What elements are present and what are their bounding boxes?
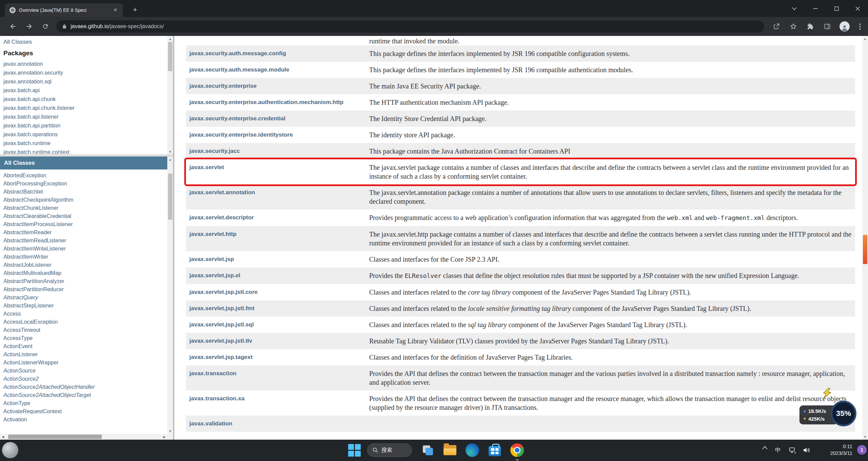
- class-link[interactable]: Access: [3, 310, 167, 318]
- class-link[interactable]: ActionListenerWrapper: [3, 359, 167, 367]
- package-frame-link[interactable]: javax.annotation.security: [3, 68, 167, 77]
- scrollbar-thumb[interactable]: [168, 42, 172, 71]
- class-link[interactable]: AccessTimeout: [3, 326, 167, 334]
- package-link[interactable]: javax.security.enterprise.credential: [189, 115, 285, 122]
- package-link[interactable]: javax.security.jacc: [189, 148, 240, 154]
- package-link[interactable]: javax.security.enterprise: [189, 83, 257, 89]
- class-link[interactable]: ActionSource2: [3, 375, 167, 383]
- classes-scrollbar[interactable]: ▲ ▼: [167, 157, 173, 434]
- network-icon[interactable]: [789, 446, 797, 454]
- scroll-up-icon[interactable]: ▲: [167, 36, 173, 42]
- scroll-right-icon[interactable]: ▶: [162, 434, 167, 440]
- package-link[interactable]: javax.servlet.jsp.jstl.fmt: [189, 305, 254, 312]
- forward-icon[interactable]: [24, 21, 35, 32]
- class-link[interactable]: AccessLocalException: [3, 318, 167, 326]
- taskbar-search[interactable]: 搜索: [367, 443, 412, 457]
- scrollbar-thumb[interactable]: [8, 435, 102, 439]
- scroll-up-icon[interactable]: ▲: [167, 157, 173, 162]
- package-frame-link[interactable]: javax.batch.api.chunk.listener: [3, 104, 167, 113]
- class-link[interactable]: AbortProcessingException: [3, 180, 167, 188]
- class-link[interactable]: AbstractCheckpointAlgorithm: [3, 196, 167, 204]
- tray-chevron-icon[interactable]: [762, 446, 768, 449]
- package-link[interactable]: javax.security.enterprise.identitystore: [189, 132, 293, 138]
- maximize-button[interactable]: [826, 0, 847, 17]
- package-link[interactable]: javax.servlet.annotation: [189, 189, 255, 196]
- package-link[interactable]: javax.servlet.jsp.el: [189, 272, 240, 279]
- chrome-button[interactable]: [510, 443, 524, 457]
- class-link[interactable]: AbstractBatchlet: [3, 188, 167, 196]
- back-icon[interactable]: [7, 21, 18, 32]
- scroll-down-icon[interactable]: ▼: [862, 434, 868, 440]
- package-link[interactable]: javax.transaction: [189, 370, 237, 377]
- class-link[interactable]: AbstractJobListener: [3, 261, 167, 269]
- scroll-left-icon[interactable]: ◀: [0, 434, 6, 440]
- class-link[interactable]: ActivateRequestContext: [3, 407, 167, 416]
- class-link[interactable]: AbstractPartitionReducer: [3, 285, 167, 294]
- package-link[interactable]: javax.servlet.jsp.jstl.tlv: [189, 338, 252, 344]
- package-frame-link[interactable]: javax.batch.api.chunk: [3, 95, 167, 104]
- class-link[interactable]: AbstractClearableCredential: [3, 212, 167, 220]
- class-link[interactable]: AbstractItemReader: [3, 228, 167, 237]
- package-link[interactable]: javax.servlet.jsp.jstl.sql: [189, 321, 254, 328]
- package-frame-link[interactable]: javax.batch.api.partition: [3, 121, 167, 130]
- class-link[interactable]: ActionEvent: [3, 342, 167, 350]
- notification-badge[interactable]: 1: [857, 445, 867, 455]
- menu-kebab-icon[interactable]: [855, 22, 865, 31]
- taskbar-clock[interactable]: 0:11 2023/3/11: [830, 443, 852, 457]
- class-link[interactable]: AbstractStepListener: [3, 302, 167, 310]
- package-link[interactable]: javax.validation: [189, 420, 232, 427]
- package-frame-link[interactable]: javax.annotation: [3, 60, 167, 68]
- store-button[interactable]: [488, 443, 502, 457]
- package-frame-link[interactable]: javax.batch.operations: [3, 130, 167, 139]
- class-link[interactable]: AbstractItemWriteListener: [3, 245, 167, 253]
- classes-h-scrollbar[interactable]: ◀ ▶: [0, 434, 167, 440]
- package-link[interactable]: javax.servlet.jsp: [189, 256, 234, 262]
- reload-icon[interactable]: [40, 21, 51, 32]
- package-frame-link[interactable]: javax.annotation.sql: [3, 77, 167, 86]
- package-link[interactable]: javax.servlet.jsp.tagext: [189, 354, 252, 360]
- class-link[interactable]: ActionType: [3, 399, 167, 407]
- class-link[interactable]: Activation: [3, 416, 167, 424]
- tab-search-icon[interactable]: [784, 0, 805, 17]
- class-link[interactable]: AbstractItemWriter: [3, 253, 167, 261]
- scroll-up-icon[interactable]: ▲: [862, 36, 868, 42]
- package-frame-link[interactable]: javax.batch.runtime.context: [3, 148, 167, 155]
- package-link[interactable]: javax.transaction.xa: [189, 395, 245, 402]
- package-link[interactable]: javax.security.auth.message.config: [189, 50, 286, 57]
- package-link[interactable]: javax.security.auth.message.module: [189, 66, 289, 73]
- scrollbar-thumb[interactable]: [863, 235, 867, 264]
- main-scrollbar[interactable]: ▲ ▼: [862, 36, 868, 440]
- package-link[interactable]: javax.servlet: [189, 164, 224, 171]
- packages-scrollbar[interactable]: ▲ ▼: [167, 36, 173, 155]
- class-link[interactable]: AbstractPartitionAnalyzer: [3, 277, 167, 285]
- edge-button[interactable]: [466, 443, 479, 457]
- task-view-button[interactable]: [421, 443, 434, 457]
- class-link[interactable]: AbstractMultivaluedMap: [3, 269, 167, 277]
- class-link[interactable]: ActionSource2AttachedObjectHandler: [3, 383, 167, 391]
- package-link[interactable]: javax.servlet.jsp.jstl.core: [189, 289, 258, 295]
- package-link[interactable]: javax.security.enterprise.authentication…: [189, 99, 343, 105]
- class-link[interactable]: ActionSource2AttachedObjectTarget: [3, 391, 167, 399]
- tab-close-icon[interactable]: ×: [111, 6, 119, 14]
- new-tab-button[interactable]: +: [130, 5, 140, 15]
- class-link[interactable]: ActionSource: [3, 367, 167, 375]
- all-classes-link[interactable]: All Classes: [3, 39, 32, 45]
- extension-icon[interactable]: [806, 22, 815, 31]
- file-explorer-button[interactable]: [443, 443, 457, 457]
- volume-icon[interactable]: [802, 446, 810, 454]
- class-link[interactable]: AbstractItemProcessListener: [3, 220, 167, 228]
- class-link[interactable]: AbstractItemReadListener: [3, 237, 167, 245]
- package-frame-link[interactable]: javax.batch.api.listener: [3, 113, 167, 121]
- taskbar-corner-logo[interactable]: [2, 442, 18, 458]
- ime-indicator[interactable]: 中: [775, 446, 781, 454]
- share-icon[interactable]: [772, 22, 781, 31]
- minimize-button[interactable]: [805, 0, 826, 17]
- profile-avatar[interactable]: [839, 21, 850, 32]
- class-link[interactable]: AbstractChunkListener: [3, 204, 167, 212]
- package-link[interactable]: javax.servlet.descriptor: [189, 214, 254, 221]
- class-link[interactable]: AccessType: [3, 334, 167, 342]
- package-frame-link[interactable]: javax.batch.api: [3, 86, 167, 95]
- start-button[interactable]: [347, 443, 361, 457]
- boost-percent-badge[interactable]: 35%: [831, 401, 856, 426]
- class-link[interactable]: AbortedException: [3, 172, 167, 180]
